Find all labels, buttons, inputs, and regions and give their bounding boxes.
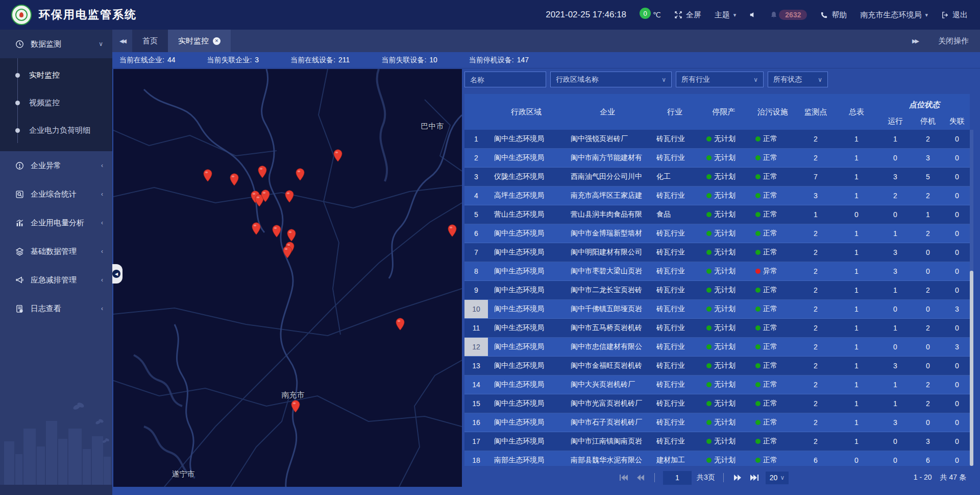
cell-industry: 食品	[650, 210, 699, 219]
cell-company: 西南油气田分公司川中	[565, 172, 650, 181]
map-pin[interactable]	[287, 229, 296, 242]
bell-icon	[770, 11, 778, 19]
sidebar-item-log-view[interactable]: 日志查看‹	[0, 294, 112, 323]
table-header-group: 点位状态运行停机失联	[879, 94, 970, 130]
cell-stop: 2	[912, 135, 944, 143]
app-title: 环保用电监管系统	[39, 7, 137, 22]
fullscreen-button[interactable]: 全屏	[674, 10, 701, 20]
table-row[interactable]: 11阆中生态环境局阆中市五马桥页岩机砖砖瓦行业无计划正常21120	[464, 319, 970, 338]
row-number: 12	[464, 338, 488, 356]
sidebar-item-base-data[interactable]: 基础数据管理‹	[0, 237, 112, 266]
last-page-button[interactable]	[748, 474, 761, 481]
table-row[interactable]: 4高坪生态环境局南充市高坪区王家店建砖瓦行业无计划正常31220	[464, 186, 970, 205]
table-header-subcol-0: 运行	[879, 116, 912, 126]
logout-button[interactable]: 退出	[941, 10, 968, 20]
prev-page-button[interactable]	[635, 474, 646, 481]
map-pin[interactable]	[283, 246, 292, 258]
sidebar-item-label: 企业综合统计	[31, 190, 94, 199]
cell-meters: 1	[834, 173, 879, 181]
map-pin[interactable]	[272, 225, 281, 238]
name-filter-input[interactable]	[464, 72, 546, 87]
table-row[interactable]: 6阆中生态环境局阆中市金博瑞新型墙材砖瓦行业无计划正常21120	[464, 224, 970, 243]
status-filter-select[interactable]: 所有状态 ∨	[768, 72, 828, 87]
sidebar-subitem-realtime-monitor[interactable]: 实时监控	[0, 61, 112, 89]
table-scrollbar[interactable]	[970, 130, 973, 466]
sidebar-collapse-handle[interactable]: ◀	[112, 264, 122, 284]
notification-badge[interactable]: 2632	[770, 10, 807, 20]
mute-button[interactable]	[749, 11, 756, 18]
sidebar-subitem-video-monitor[interactable]: 视频监控	[0, 89, 112, 116]
map-pin[interactable]	[296, 168, 305, 181]
status-dot-icon	[706, 344, 712, 349]
map-pin[interactable]	[258, 166, 267, 178]
industry-filter-select[interactable]: 所有行业 ∨	[676, 72, 764, 87]
table-row[interactable]: 7阆中生态环境局阆中明阳建材有限公司砖瓦行业无计划正常21300	[464, 243, 970, 262]
cell-industry: 砖瓦行业	[650, 399, 699, 408]
table-row[interactable]: 1阆中生态环境局阆中强锐页岩砖厂砖瓦行业无计划正常21120	[464, 130, 970, 149]
tab-home[interactable]: 首页	[132, 30, 168, 52]
table-row[interactable]: 3仪陇生态环境局西南油气田分公司川中化工无计划正常71350	[464, 168, 970, 186]
map-pin[interactable]	[333, 149, 342, 162]
sidebar-item-emergency-reduction[interactable]: 应急减排管理‹	[0, 266, 112, 294]
table-row[interactable]: 15阆中生态环境局阆中市光富页岩机砖厂砖瓦行业无计划正常21120	[464, 394, 970, 413]
stat-item-1: 当前失联企业:3	[207, 56, 259, 65]
sidebar-item-company-stats[interactable]: 企业综合统计‹	[0, 180, 112, 208]
table-row[interactable]: 14阆中生态环境局阆中大兴页岩机砖厂砖瓦行业无计划正常21120	[464, 375, 970, 394]
map-pin[interactable]	[252, 222, 261, 235]
table-row[interactable]: 12阆中生态环境局阆中市忠信建材有限公砖瓦行业无计划正常21003	[464, 338, 970, 357]
map-pin[interactable]	[448, 224, 457, 237]
table-row[interactable]: 17阆中生态环境局阆中市江南镇阆南页岩砖瓦行业无计划正常21030	[464, 432, 970, 451]
scrollbar-thumb[interactable]	[970, 271, 973, 466]
cell-run: 2	[879, 192, 912, 200]
map-panel[interactable]: 巴中市南充市遂宁市	[113, 69, 462, 487]
pagination-bar: 共3页 20 ∨ 1 - 20 共 47 条	[464, 467, 973, 488]
sidebar-subitem-power-load-detail[interactable]: 企业电力负荷明细	[0, 116, 112, 144]
sidebar-item-data-monitor[interactable]: 数据监测∨	[0, 30, 112, 58]
table-row[interactable]: 10阆中生态环境局阆中千佛镇五郎垭页岩砖瓦行业无计划正常21003	[464, 300, 970, 319]
cell-run: 0	[879, 154, 912, 162]
page-size-select[interactable]: 20 ∨	[766, 472, 789, 484]
facility-status-text: 正常	[763, 134, 777, 144]
chevron-down-icon: ∨	[818, 76, 822, 83]
status-dot-icon	[755, 193, 761, 198]
status-dot-icon	[706, 439, 712, 444]
sidebar-item-power-analysis[interactable]: 企业用电量分析‹	[0, 208, 112, 237]
sidebar-item-company-abnormal[interactable]: 企业异常‹	[0, 151, 112, 180]
tab-realtime-monitor[interactable]: 实时监控 ✕	[168, 30, 231, 52]
table-row[interactable]: 18南部生态环境局南部县魏华水泥有限公建材加工无计划正常60060	[464, 451, 970, 466]
map-pin[interactable]	[203, 169, 212, 182]
first-page-button[interactable]	[618, 474, 630, 481]
facility-status-text: 正常	[763, 153, 777, 162]
total-count-label: 共 47 条	[940, 473, 966, 482]
table-row[interactable]: 16阆中生态环境局阆中市石子页岩机砖厂砖瓦行业无计划正常21300	[464, 413, 970, 432]
limit-status-text: 无计划	[714, 229, 736, 238]
cell-facility-status: 正常	[748, 304, 797, 314]
stat-value: 10	[429, 56, 437, 64]
map-pin[interactable]	[396, 318, 405, 331]
cell-facility-status: 正常	[748, 361, 797, 370]
cell-stop: 5	[912, 173, 944, 181]
table-row[interactable]: 2阆中生态环境局阆中市南方节能建材有砖瓦行业无计划正常21030	[464, 149, 970, 168]
theme-button[interactable]: 主题 ▾	[715, 10, 737, 20]
tab-scroll-left-icon[interactable]: ◀◀	[112, 30, 132, 52]
map-pin[interactable]	[291, 400, 300, 413]
org-menu[interactable]: 南充市生态环境局 ▾	[860, 10, 928, 20]
table-row[interactable]: 8阆中生态环境局阆中市枣碧大梁山页岩砖瓦行业无计划异常21300	[464, 262, 970, 281]
close-operations-button[interactable]: 关闭操作	[938, 36, 969, 46]
region-filter-select[interactable]: 行政区域名称 ∨	[550, 72, 672, 87]
table-row[interactable]: 13阆中生态环境局阆中市金福旺页岩机砖砖瓦行业无计划正常21300	[464, 357, 970, 375]
table-row[interactable]: 5营山生态环境局营山县润丰肉食品有限食品无计划正常10010	[464, 205, 970, 224]
map-pin[interactable]	[261, 190, 270, 202]
page-input[interactable]	[663, 471, 692, 485]
tab-close-icon[interactable]: ✕	[213, 37, 220, 45]
cell-meters: 1	[834, 229, 879, 238]
table-header-col-3: 行业	[650, 94, 699, 130]
cell-region: 高坪生态环境局	[488, 191, 565, 200]
help-button[interactable]: 帮助	[820, 10, 847, 20]
next-page-button[interactable]	[732, 474, 743, 481]
tab-scroll-right-icon[interactable]: ▶▶	[905, 38, 925, 44]
table-row[interactable]: 9阆中生态环境局阆中市二龙长宝页岩砖砖瓦行业无计划正常21120	[464, 281, 970, 300]
map-pin[interactable]	[285, 190, 294, 203]
map-pin[interactable]	[230, 173, 239, 186]
cell-company: 阆中市金福旺页岩机砖	[565, 361, 650, 370]
